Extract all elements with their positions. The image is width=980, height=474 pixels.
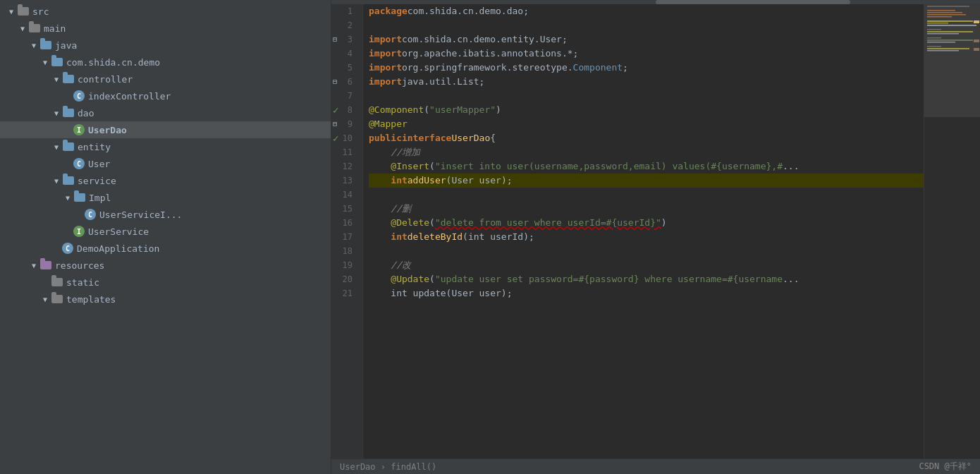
tree-item-resources[interactable]: ▼ resources bbox=[0, 257, 331, 274]
token: import bbox=[369, 61, 402, 75]
arrow-service: ▼ bbox=[51, 177, 62, 185]
token: { bbox=[490, 131, 496, 145]
line-num-17: 17 bbox=[331, 230, 357, 244]
folder-icon-entity bbox=[62, 142, 75, 152]
minimap-viewport bbox=[924, 4, 980, 117]
arrow-controller: ▼ bbox=[51, 75, 62, 83]
token: @Delete bbox=[369, 216, 429, 230]
folder-icon-static bbox=[51, 277, 63, 287]
token: "insert into user(username,password,emai… bbox=[435, 159, 783, 174]
token: "delete from user where userId=#{userId}… bbox=[435, 216, 661, 230]
code-line-2 bbox=[369, 18, 924, 32]
folder-icon-templates bbox=[51, 294, 63, 304]
code-line-13: int addUser(User user); bbox=[369, 174, 924, 188]
line-num-6: ⊟ 6 bbox=[331, 75, 357, 89]
token: ( bbox=[424, 103, 429, 117]
tree-item-com-shida[interactable]: ▼ com.shida.cn.demo bbox=[0, 54, 331, 71]
token: User user bbox=[451, 174, 501, 188]
line-num-7: 7 bbox=[331, 89, 357, 103]
token: //改 bbox=[369, 258, 411, 272]
tree-label-static: static bbox=[66, 277, 99, 288]
token: @Update bbox=[369, 272, 429, 286]
token: //删 bbox=[369, 202, 411, 216]
code-editor: 1 2 ⊟ 3 4 5 ⊟ 6 7 ✓ 8 ⊟ 9 ✓ 10 bbox=[331, 0, 980, 474]
line-num-5: 5 bbox=[331, 61, 357, 75]
status-bar: UserDao › findAll() CSDN @千祥° bbox=[331, 458, 980, 474]
badge-user: C bbox=[73, 158, 85, 169]
token: package bbox=[369, 4, 408, 18]
tree-label-templates: templates bbox=[66, 294, 116, 305]
folder-icon-com-shida bbox=[51, 57, 63, 67]
badge-indexcontroller: C bbox=[73, 90, 85, 102]
folder-icon-dao bbox=[62, 108, 75, 118]
file-tree[interactable]: ▼ src ▼ main ▼ java ▼ com.shida.cn.demo … bbox=[0, 0, 331, 474]
code-line-17: int deleteById(int userId); bbox=[369, 230, 924, 244]
tree-label-demoapplication: DemoApplication bbox=[77, 243, 159, 254]
top-scrollbar[interactable] bbox=[331, 0, 980, 4]
token: ) bbox=[496, 103, 501, 117]
line-num-9: ⊟ 9 bbox=[331, 117, 357, 131]
token: int bbox=[369, 174, 408, 188]
token: ( bbox=[446, 174, 452, 188]
badge-userservice: I bbox=[73, 226, 85, 237]
code-line-8: @Component("userMapper") bbox=[369, 103, 924, 117]
tree-item-service[interactable]: ▼ service bbox=[0, 172, 331, 189]
tree-item-dao[interactable]: ▼ dao bbox=[0, 104, 331, 121]
tree-item-impl[interactable]: ▼ Impl bbox=[0, 189, 331, 206]
code-line-15: //删 bbox=[369, 202, 924, 216]
token: ( bbox=[429, 159, 435, 174]
token: import bbox=[369, 47, 402, 61]
token: interface bbox=[402, 131, 451, 145]
token: ) bbox=[661, 216, 667, 230]
line-num-13: 13 bbox=[331, 174, 357, 188]
tree-item-main[interactable]: ▼ main bbox=[0, 20, 331, 37]
arrow-resources: ▼ bbox=[28, 262, 39, 269]
tree-item-static[interactable]: static bbox=[0, 274, 331, 291]
token: ... bbox=[783, 272, 799, 286]
code-line-10: public interface UserDao { bbox=[369, 131, 924, 145]
token: "update user set password=#{password} wh… bbox=[435, 272, 783, 286]
tree-item-java[interactable]: ▼ java bbox=[0, 37, 331, 54]
tree-item-userservice[interactable]: I UserService bbox=[0, 223, 331, 240]
tree-item-userdao[interactable]: I UserDao bbox=[0, 121, 331, 138]
code-line-18 bbox=[369, 244, 924, 258]
token: ); bbox=[523, 230, 534, 244]
tree-item-src[interactable]: ▼ src bbox=[0, 3, 331, 20]
token: import bbox=[369, 32, 402, 47]
token: Component bbox=[573, 61, 623, 75]
tree-label-service: service bbox=[78, 176, 116, 186]
tree-item-demoapplication[interactable]: C DemoApplication bbox=[0, 240, 331, 257]
folder-icon-main bbox=[28, 23, 41, 33]
tree-item-controller[interactable]: ▼ controller bbox=[0, 71, 331, 87]
line-num-4: 4 bbox=[331, 47, 357, 61]
line-num-3: ⊟ 3 bbox=[331, 32, 357, 47]
token: "userMapper" bbox=[429, 103, 496, 117]
token: int userId bbox=[468, 230, 523, 244]
tree-label-resources: resources bbox=[55, 260, 104, 271]
tree-label-com-shida: com.shida.cn.demo bbox=[66, 57, 160, 68]
tree-item-templates[interactable]: ▼ templates bbox=[0, 291, 331, 308]
arrow-java: ▼ bbox=[28, 42, 39, 49]
tree-item-indexcontroller[interactable]: C indexController bbox=[0, 87, 331, 104]
line-num-1: 1 bbox=[331, 4, 357, 18]
tree-item-user[interactable]: C User bbox=[0, 155, 331, 172]
badge-demoapplication: C bbox=[62, 243, 73, 254]
tree-item-entity[interactable]: ▼ entity bbox=[0, 138, 331, 155]
code-line-7 bbox=[369, 89, 924, 103]
arrow-dao: ▼ bbox=[51, 109, 62, 117]
tree-label-controller: controller bbox=[78, 74, 133, 85]
line-num-21: 21 bbox=[331, 286, 357, 300]
code-lines[interactable]: package com.shida.cn.demo.dao; import co… bbox=[363, 4, 924, 458]
token: @Insert bbox=[369, 159, 429, 174]
tree-label-impl: Impl bbox=[89, 193, 111, 203]
code-line-16: @Delete("delete from user where userId=#… bbox=[369, 216, 924, 230]
token: com.shida.cn.demo.entity.User; bbox=[402, 32, 568, 47]
tree-label-main: main bbox=[44, 23, 66, 34]
minimap[interactable] bbox=[924, 4, 980, 458]
tree-item-userserviceimpl[interactable]: C UserServiceI... bbox=[0, 206, 331, 223]
tree-label-src: src bbox=[32, 6, 49, 17]
token: @Mapper bbox=[369, 117, 408, 131]
token: UserDao bbox=[451, 131, 490, 145]
token: ... bbox=[783, 159, 799, 174]
arrow-main: ▼ bbox=[17, 25, 28, 32]
